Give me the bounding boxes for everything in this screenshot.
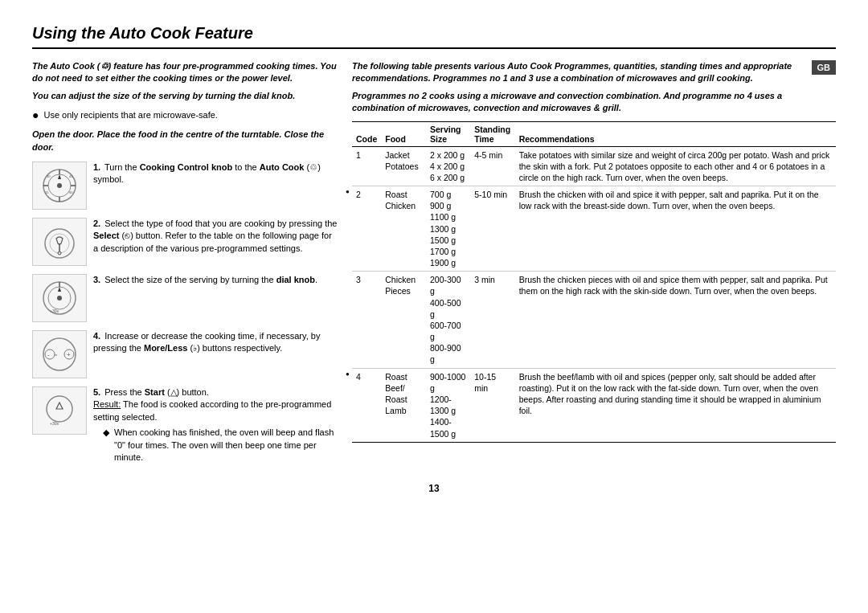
- svg-text:≈: ≈: [55, 353, 58, 358]
- note-icon: ●: [32, 109, 39, 121]
- step-5: +30s 5. Press the Start (△) button. Resu…: [32, 386, 338, 464]
- table-row-3: 3 ChickenPieces 200-300 g400-500 g600-70…: [352, 272, 836, 368]
- open-door-text: Open the door. Place the food in the cen…: [32, 129, 338, 153]
- row1-serving: 2 x 200 g4 x 200 g6 x 200 g: [426, 146, 470, 186]
- step-2: 2. Select the type of food that you are …: [32, 218, 338, 266]
- col-header-rec: Recommendations: [515, 121, 836, 146]
- row1-time: 4-5 min: [470, 146, 514, 186]
- row1-rec: Take potatoes with similar size and weig…: [515, 146, 836, 186]
- diamond-icon: ◆: [103, 427, 109, 464]
- page-number: 13: [32, 483, 836, 494]
- step-2-image: [32, 218, 87, 266]
- svg-marker-29: [56, 403, 63, 409]
- step-2-text: 2. Select the type of food that you are …: [93, 218, 338, 255]
- table-row-1: 1 JacketPotatoes 2 x 200 g4 x 200 g6 x 2…: [352, 146, 836, 186]
- row3-time: 3 min: [470, 272, 514, 368]
- svg-text:+30s: +30s: [50, 309, 59, 313]
- note-text: Use only recipients that are microwave-s…: [43, 110, 217, 120]
- page-title: Using the Auto Cook Feature: [32, 24, 836, 49]
- step-4-text: 4. Increase or decrease the cooking time…: [93, 330, 338, 355]
- row1-food: JacketPotatoes: [381, 146, 426, 186]
- row2-time: 5-10 min: [470, 186, 514, 272]
- right-column: GB The following table presents various …: [352, 60, 836, 472]
- table-row-2: ●2 RoastChicken 700 g900 g1100 g1300 g15…: [352, 186, 836, 272]
- right-intro-2: Programmes no 2 cooks using a microwave …: [352, 90, 836, 115]
- row4-serving: 900-1000 g1200-1300 g1400-1500 g: [426, 368, 470, 442]
- step-1: 30 45 15 60 1. Turn the Cooking Control …: [32, 161, 338, 210]
- svg-text:+30s: +30s: [50, 421, 59, 426]
- gb-badge: GB: [812, 60, 837, 75]
- svg-text:-: -: [47, 351, 50, 358]
- svg-text:60: 60: [69, 190, 73, 194]
- row4-code: ●4: [352, 368, 381, 442]
- step-5-image: +30s: [32, 386, 87, 435]
- svg-point-23: [45, 349, 55, 359]
- auto-cook-table: Code Food Serving Size StandingTime Reco…: [352, 121, 836, 443]
- right-intro-1: The following table presents various Aut…: [352, 60, 836, 85]
- svg-text:45: 45: [69, 174, 73, 178]
- row3-code: 3: [352, 272, 381, 368]
- col-header-serving: Serving Size: [426, 121, 470, 146]
- row4-food: Roast Beef/Roast Lamb: [381, 368, 426, 442]
- step-1-image: 30 45 15 60: [32, 161, 87, 210]
- row3-rec: Brush the chicken pieces with oil and sp…: [515, 272, 836, 368]
- right-header: GB The following table presents various …: [352, 60, 836, 115]
- svg-text:30: 30: [47, 174, 51, 178]
- svg-text:+: +: [67, 351, 71, 358]
- row2-code: ●2: [352, 186, 381, 272]
- col-header-time: StandingTime: [470, 121, 514, 146]
- step-4: - + ≈ 4. Increase or decrease the cookin…: [32, 330, 338, 378]
- step-5-text: 5. Press the Start (△) button. Result: T…: [93, 386, 338, 464]
- step-5-sub-bullet: ◆ When cooking has finished, the oven wi…: [93, 427, 338, 464]
- row4-time: 10-15 min: [470, 368, 514, 442]
- row2-rec: Brush the chicken with oil and spice it …: [515, 186, 836, 272]
- step-3-image: +30s: [32, 274, 87, 322]
- row4-rec: Brush the beef/lamb with oil and spices …: [515, 368, 836, 442]
- row3-food: ChickenPieces: [381, 272, 426, 368]
- row2-food: RoastChicken: [381, 186, 426, 272]
- step-1-text: 1. Turn the Cooking Control knob to the …: [93, 161, 338, 186]
- svg-text:15: 15: [45, 190, 49, 194]
- svg-point-2: [57, 183, 62, 188]
- intro-text-1: The Auto Cook (♲) feature has four pre-p…: [32, 60, 338, 85]
- svg-point-18: [57, 296, 62, 300]
- note-line: ● Use only recipients that are microwave…: [32, 110, 338, 121]
- svg-marker-20: [58, 287, 61, 292]
- left-column: The Auto Cook (♲) feature has four pre-p…: [32, 60, 338, 472]
- row1-code: 1: [352, 146, 381, 186]
- intro-text-2: You can adjust the size of the serving b…: [32, 90, 338, 102]
- table-row-4: ●4 Roast Beef/Roast Lamb 900-1000 g1200-…: [352, 368, 836, 442]
- row3-serving: 200-300 g400-500 g600-700 g800-900 g: [426, 272, 470, 368]
- step-4-image: - + ≈: [32, 330, 87, 378]
- row2-serving: 700 g900 g1100 g1300 g1500 g1700 g1900 g: [426, 186, 470, 272]
- step-3: +30s 3. Select the size of the serving b…: [32, 274, 338, 322]
- step-3-text: 3. Select the size of the serving by tur…: [93, 274, 338, 286]
- steps-list: 30 45 15 60 1. Turn the Cooking Control …: [32, 161, 338, 464]
- col-header-code: Code: [352, 121, 381, 146]
- svg-marker-11: [58, 174, 61, 179]
- col-header-food: Food: [381, 121, 426, 146]
